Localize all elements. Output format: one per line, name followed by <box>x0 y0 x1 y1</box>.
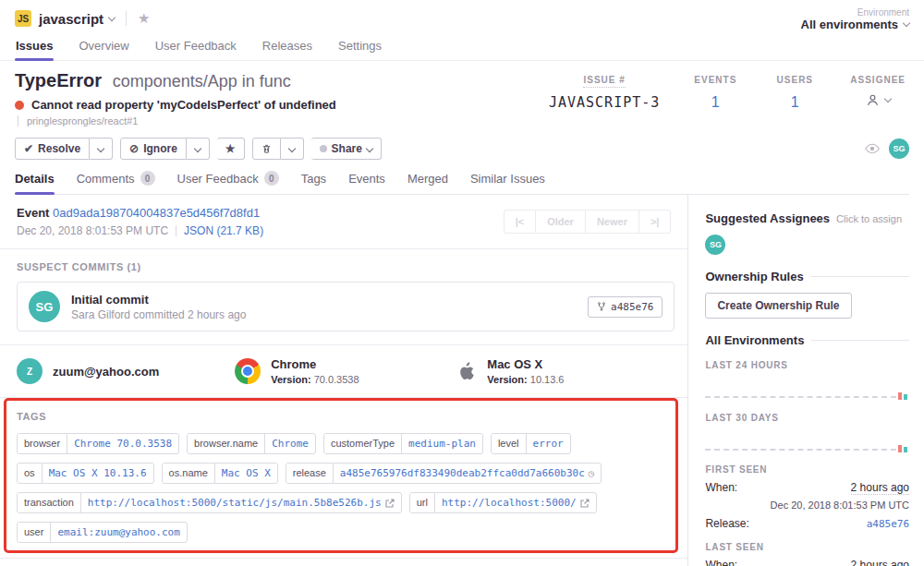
assignee-label: ASSIGNEE <box>850 75 906 85</box>
tab-tags[interactable]: Tags <box>301 171 326 194</box>
commit-author-avatar: SG <box>29 291 60 322</box>
project-switcher[interactable]: javascript <box>39 11 115 27</box>
first-seen-release-link[interactable]: a485e76 <box>867 518 909 530</box>
check-icon: ✔ <box>24 143 33 154</box>
project-name: javascript <box>39 11 103 27</box>
commit-sha-button[interactable]: a485e76 <box>588 296 663 318</box>
last-seen-relative: 2 hours ago <box>851 559 909 566</box>
last-30-days-sparkline <box>705 428 907 452</box>
delete-button[interactable] <box>252 138 281 160</box>
resolve-button[interactable]: ✔ Resolve <box>15 138 90 160</box>
commit-meta: Sara Gilford committed 2 hours ago <box>71 308 577 321</box>
issue-number-value: JAVASCRIPT-3 <box>549 94 660 111</box>
os-name: Mac OS X <box>487 357 564 371</box>
error-level-dot <box>15 101 24 110</box>
tag-release: release a485e765976df833490deab2ffca0dd7… <box>286 463 602 484</box>
subscribe-eye-icon[interactable] <box>865 143 880 154</box>
chevron-down-icon <box>903 19 910 27</box>
tab-merged[interactable]: Merged <box>407 171 448 194</box>
tag-list: browser Chrome 70.0.3538 browser.name Ch… <box>17 433 675 543</box>
last-seen-label: LAST SEEN <box>705 542 909 552</box>
issue-actions: ✔ Resolve ⊘ Ignore ★ <box>15 138 909 160</box>
context-os: Mac OS X Version: 10.13.6 <box>453 357 671 385</box>
tab-similar-issues[interactable]: Similar Issues <box>470 171 545 194</box>
share-status-dot <box>320 145 327 152</box>
project-platform-icon: JS <box>15 10 31 27</box>
suggested-assignee-avatar[interactable]: SG <box>705 235 725 255</box>
event-json-link[interactable]: JSON (21.7 KB) <box>184 224 263 237</box>
viewer-avatar[interactable]: SG <box>889 138 909 159</box>
newer-event-button[interactable]: Newer <box>586 210 639 234</box>
users-count[interactable]: 1 <box>771 94 819 111</box>
star-button[interactable]: ★ <box>217 138 245 160</box>
person-icon <box>865 92 881 108</box>
newest-event-button[interactable]: >| <box>639 210 672 234</box>
external-link-icon[interactable] <box>385 499 395 508</box>
environment-label: Environment <box>801 7 909 18</box>
apple-icon <box>453 358 477 384</box>
issue-culprit: components/App in func <box>113 72 291 90</box>
resolve-dropdown-button[interactable] <box>90 138 113 160</box>
nav-tab-settings[interactable]: Settings <box>337 37 383 60</box>
context-browser: Chrome Version: 70.0.3538 <box>235 357 453 385</box>
browser-name: Chrome <box>271 357 359 371</box>
share-button[interactable]: Share <box>311 138 382 160</box>
chevron-down-icon <box>287 144 295 151</box>
create-ownership-rule-button[interactable]: Create Ownership Rule <box>705 293 851 319</box>
assignee-selector[interactable] <box>850 92 906 108</box>
first-seen-label: FIRST SEEN <box>705 464 909 475</box>
share-label: Share <box>332 142 362 155</box>
chevron-down-icon <box>884 95 892 102</box>
feedback-count-badge: 0 <box>264 171 279 186</box>
chevron-down-icon <box>366 144 373 151</box>
ignore-button[interactable]: ⊘ Ignore <box>120 138 187 160</box>
tags-heading: TAGS <box>17 411 675 422</box>
tag-customer-type: customerType medium-plan <box>323 433 483 454</box>
event-id-link[interactable]: 0ad9ada198704004837e5d456f7d8fd1 <box>53 206 260 220</box>
last-24-hours-sparkline <box>705 376 907 400</box>
issue-stats: ISSUE # JAVASCRIPT-3 EVENTS 1 USERS 1 AS… <box>549 70 909 126</box>
tag-os-name: os.name Mac OS X <box>162 463 278 484</box>
comments-count-badge: 0 <box>140 171 155 186</box>
suspect-commits-section: SUSPECT COMMITS (1) SG Initial commit Sa… <box>0 249 687 345</box>
last-30-days-label: LAST 30 DAYS <box>705 413 909 423</box>
events-label: EVENTS <box>694 75 736 85</box>
oldest-event-button[interactable]: |< <box>504 210 537 234</box>
nav-tab-user-feedback[interactable]: User Feedback <box>154 37 237 60</box>
event-context-summary: Z zuum@yahoo.com Chrome Version: 70.0.35… <box>0 345 687 398</box>
older-event-button[interactable]: Older <box>536 210 586 234</box>
chevron-down-icon <box>108 13 116 20</box>
issue-annotation[interactable]: pringlesprongles/react#1 <box>18 115 336 126</box>
click-to-assign-hint: Click to assign <box>836 213 902 224</box>
last-24-hours-label: LAST 24 HOURS <box>705 360 909 370</box>
nav-tab-overview[interactable]: Overview <box>78 37 129 60</box>
ignore-label: Ignore <box>143 142 177 155</box>
tag-browser: browser Chrome 70.0.3538 <box>17 433 179 454</box>
ignore-dropdown-button[interactable] <box>187 138 210 160</box>
nav-tab-issues[interactable]: Issues <box>15 37 54 60</box>
tag-browser-name: browser.name Chrome <box>187 433 316 454</box>
bookmark-star-icon[interactable]: ★ <box>138 10 150 27</box>
tab-events[interactable]: Events <box>348 171 385 194</box>
issue-message: Cannot read property 'myCodeIsPerfect' o… <box>31 98 336 112</box>
event-date: Dec 20, 2018 8:01:53 PM UTC <box>17 224 168 237</box>
issue-number-label: ISSUE # <box>583 75 625 88</box>
project-nav: Issues Overview User Feedback Releases S… <box>0 30 924 61</box>
events-count[interactable]: 1 <box>691 94 739 111</box>
event-label: Event <box>17 206 49 220</box>
tab-comments[interactable]: Comments 0 <box>77 171 155 194</box>
environment-selector[interactable]: All environments <box>801 18 909 31</box>
issue-sidebar: Suggested Assignees Click to assign SG O… <box>688 195 924 566</box>
delete-dropdown-button[interactable] <box>281 138 304 160</box>
browser-version: 70.0.3538 <box>314 374 359 385</box>
mute-icon: ⊘ <box>129 143 139 154</box>
tab-user-feedback[interactable]: User Feedback 0 <box>177 171 279 194</box>
tab-details[interactable]: Details <box>15 171 55 194</box>
chevron-down-icon <box>97 144 104 151</box>
nav-tab-releases[interactable]: Releases <box>261 37 313 60</box>
divider <box>126 11 127 26</box>
suspect-commits-heading: SUSPECT COMMITS (1) <box>17 261 675 272</box>
tags-section: TAGS browser Chrome 70.0.3538 browser.na… <box>0 398 687 559</box>
external-link-icon[interactable] <box>580 499 590 508</box>
issue-type: TypeError <box>15 70 102 90</box>
